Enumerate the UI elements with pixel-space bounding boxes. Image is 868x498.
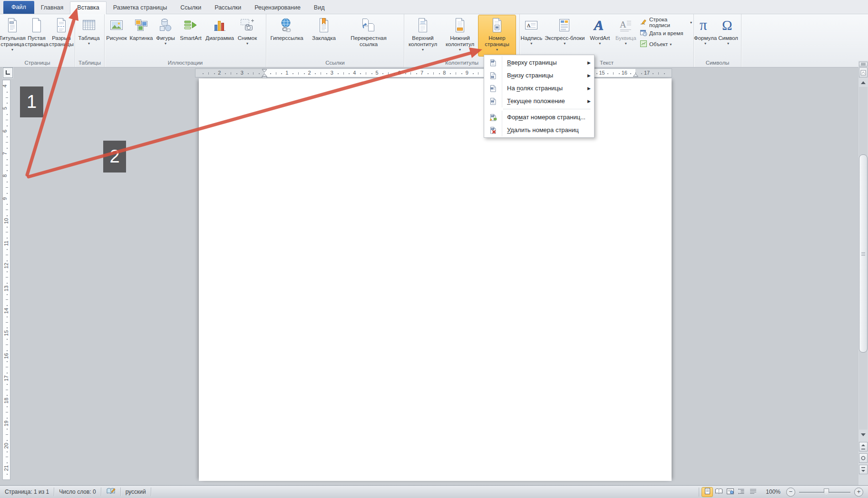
menu-item-format[interactable]: Формат номеров страниц...	[484, 111, 594, 124]
ribbon-button-label: Гиперссылка	[270, 35, 303, 41]
ribbon-button-cover-page[interactable]: Титульнаястраница▾	[0, 15, 25, 56]
ribbon-button-quick-parts[interactable]: Экспресс-блоки▾	[543, 15, 586, 56]
page-number-bottom-icon	[484, 69, 502, 82]
ribbon-button-chart[interactable]: Диаграмма	[205, 15, 235, 56]
ribbon-button-footer[interactable]: Нижнийколонтитул▾	[441, 15, 478, 56]
zoom-slider[interactable]	[799, 488, 850, 496]
ribbon-button-label: Верхнийколонтитул	[409, 35, 437, 48]
ribbon-button-label: SmartArt	[180, 35, 201, 41]
menu-item-current[interactable]: Текущее положение▶	[484, 95, 594, 107]
language-indicator[interactable]: русский	[121, 488, 151, 496]
svg-text:A: A	[527, 22, 531, 28]
ribbon-button-screenshot[interactable]: Снимок▾	[235, 15, 260, 56]
table-icon	[81, 17, 97, 34]
vertical-scrollbar[interactable]	[858, 61, 868, 486]
page-number-margin-icon	[484, 82, 502, 95]
tab-review[interactable]: Рецензирование	[248, 1, 307, 14]
clipart-icon	[134, 17, 149, 34]
ribbon-button-label: Фигуры	[156, 35, 175, 41]
ruler-number: 19	[3, 420, 9, 426]
ribbon-button-bookmark[interactable]: Закладка	[307, 15, 341, 56]
ribbon-button-signature-line[interactable]: Строка подписи▾	[638, 18, 693, 27]
scroll-down-icon[interactable]	[859, 431, 868, 438]
scroll-up-icon[interactable]	[859, 79, 868, 86]
tab-references[interactable]: Ссылки	[174, 1, 208, 14]
tab-home[interactable]: Главная	[34, 1, 70, 14]
ribbon-button-label: Таблица	[78, 35, 99, 41]
ribbon-button-page-number[interactable]: Номерстраницы▾	[478, 15, 516, 56]
view-button-web[interactable]	[725, 488, 735, 497]
tab-file[interactable]: Файл	[3, 1, 34, 14]
ribbon-button-smartart[interactable]: SmartArt	[177, 15, 205, 56]
ribbon-button-shapes[interactable]: Фигуры▾	[154, 15, 177, 56]
ribbon-button-drop-cap[interactable]: AБуквица▾	[614, 15, 639, 56]
ruler-number: 2	[308, 70, 311, 76]
dropdown-caret-icon: ▾	[625, 42, 627, 46]
zoom-in-button[interactable]: +	[854, 488, 863, 497]
scroll-thumb[interactable]	[859, 154, 868, 353]
zoom-slider-thumb[interactable]	[824, 488, 829, 496]
ribbon-button-blank-page[interactable]: Пустаястраница	[25, 15, 49, 56]
view-button-print-layout[interactable]	[702, 488, 712, 497]
dropdown-caret-icon: ▾	[670, 42, 672, 47]
ribbon-button-label: Дата и время	[649, 30, 683, 36]
smartart-icon	[183, 17, 198, 34]
ribbon-button-hyperlink[interactable]: Гиперссылка	[266, 15, 307, 56]
next-page-icon[interactable]	[859, 465, 868, 474]
ribbon-button-textbox[interactable]: AНадпись▾	[520, 15, 543, 56]
quick-parts-icon	[557, 17, 572, 34]
zoom-level[interactable]: 100%	[766, 488, 780, 495]
tab-insert[interactable]: Вставка	[70, 1, 106, 14]
ribbon-button-date-time[interactable]: Дата и время	[638, 29, 693, 38]
ribbon-button-label: Закладка	[312, 35, 336, 41]
tab-layout[interactable]: Разметка страницы	[107, 1, 174, 14]
menu-item-bottom[interactable]: Внизу страницы▶	[484, 69, 594, 82]
ruler-number: 10	[3, 218, 9, 224]
view-button-outline[interactable]	[736, 488, 747, 497]
ribbon-button-picture[interactable]: Рисунок	[105, 15, 128, 56]
previous-page-icon[interactable]	[859, 442, 868, 451]
zoom-out-button[interactable]: −	[786, 488, 795, 497]
ribbon-button-object[interactable]: Объект▾	[638, 40, 693, 48]
equation-icon: π	[697, 17, 714, 34]
ruler-number: 6	[398, 70, 401, 76]
ribbon-button-equation[interactable]: πФормула▾	[694, 15, 717, 56]
menu-item-top[interactable]: Вверху страницы▶	[484, 56, 594, 69]
select-browse-object-icon[interactable]	[859, 453, 868, 463]
ribbon-button-symbol[interactable]: ΩСимвол▾	[717, 15, 740, 56]
menu-item-margins[interactable]: На полях страницы▶	[484, 82, 594, 95]
ruler-number: 15	[599, 70, 605, 76]
ribbon-button-label: Рисунок	[106, 35, 127, 41]
ribbon-button-clipart[interactable]: Картинка	[128, 15, 154, 56]
wordart-icon: A	[592, 17, 608, 34]
document-page[interactable]	[199, 78, 672, 481]
ribbon-button-label: Снимок	[238, 35, 257, 41]
view-button-draft[interactable]	[748, 488, 758, 497]
page-number-remove-icon	[484, 124, 502, 136]
ruler-number: 18	[3, 398, 9, 403]
ribbon-button-table[interactable]: Таблица▾	[75, 15, 103, 56]
view-button-reading[interactable]	[713, 488, 724, 497]
tab-view[interactable]: Вид	[307, 1, 332, 14]
dropdown-caret-icon: ▾	[496, 48, 498, 52]
ribbon-button-page-break[interactable]: Разрывстраницы	[49, 15, 74, 56]
ribbon-button-wordart[interactable]: AWordArt▾	[586, 15, 613, 56]
word-count-indicator[interactable]: Число слов: 0	[54, 488, 101, 496]
ruler-number: 3	[241, 70, 244, 76]
svg-text:Ω: Ω	[722, 18, 732, 33]
dropdown-caret-icon: ▾	[88, 42, 90, 46]
ruler-number: 9	[2, 197, 8, 200]
ruler-toggle-icon[interactable]	[859, 67, 868, 77]
shapes-icon	[158, 17, 173, 34]
proofing-indicator[interactable]	[101, 488, 121, 496]
submenu-arrow-icon: ▶	[587, 86, 591, 91]
menu-item-remove[interactable]: Удалить номера страниц	[484, 124, 594, 136]
page-count-indicator[interactable]: Страница: 1 из 1	[0, 488, 54, 496]
dropdown-caret-icon: ▾	[599, 42, 601, 46]
tab-stop-selector[interactable]	[3, 67, 13, 78]
ribbon-button-crossref[interactable]: Перекрестнаяссылка	[341, 15, 397, 56]
split-handle[interactable]	[859, 62, 868, 67]
submenu-arrow-icon: ▶	[587, 73, 591, 78]
ribbon-button-header[interactable]: Верхнийколонтитул▾	[404, 15, 441, 56]
tab-mailings[interactable]: Рассылки	[208, 1, 248, 14]
